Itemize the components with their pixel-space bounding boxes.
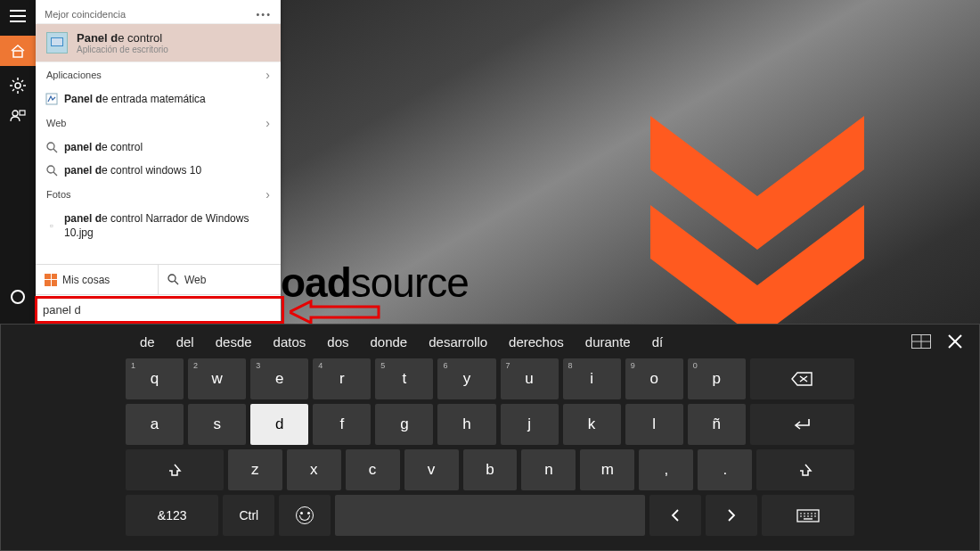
- key-period[interactable]: .: [698, 449, 752, 490]
- key-l[interactable]: l: [625, 404, 683, 445]
- app-result-1[interactable]: Panel de entrada matemática: [36, 87, 281, 111]
- key-u[interactable]: 7u: [501, 358, 559, 399]
- svg-line-21: [53, 149, 57, 152]
- key-keyboard-mode[interactable]: [762, 495, 854, 536]
- key-backspace[interactable]: [750, 358, 854, 399]
- home-icon[interactable]: [0, 36, 36, 66]
- web-result-2[interactable]: panel de control windows 10: [36, 159, 281, 182]
- key-x[interactable]: x: [287, 449, 341, 490]
- key-n[interactable]: n: [521, 449, 576, 490]
- suggestion[interactable]: durante: [585, 334, 631, 350]
- cortana-icon[interactable]: [7, 286, 29, 308]
- svg-line-14: [12, 89, 14, 91]
- key-symbols[interactable]: &123: [126, 495, 218, 536]
- search-scope-tabs: Mis cosas Web: [36, 264, 281, 294]
- key-right[interactable]: [706, 495, 757, 536]
- key-shift-right[interactable]: [756, 449, 854, 490]
- key-s[interactable]: s: [188, 404, 246, 445]
- keyboard-row-4: &123Ctrl: [1, 495, 979, 536]
- key-g[interactable]: g: [375, 404, 433, 445]
- key-t[interactable]: 5t: [375, 358, 433, 399]
- key-left[interactable]: [649, 495, 701, 536]
- section-photos[interactable]: Fotos›: [36, 182, 281, 207]
- keyboard-row-1: 1q2w3e4r5t6y7u8i9o0p: [1, 358, 979, 399]
- key-k[interactable]: k: [563, 404, 621, 445]
- key-m[interactable]: m: [580, 449, 634, 490]
- close-keyboard-icon[interactable]: [947, 333, 963, 350]
- svg-line-25: [175, 281, 178, 284]
- suggestion[interactable]: desarrollo: [429, 334, 487, 350]
- key-space[interactable]: [335, 495, 645, 536]
- key-p[interactable]: 0p: [688, 358, 746, 399]
- section-apps[interactable]: Aplicaciones›: [36, 62, 281, 87]
- svg-line-11: [12, 80, 14, 82]
- svg-point-20: [47, 143, 54, 150]
- key-f[interactable]: f: [313, 404, 371, 445]
- key-comma[interactable]: ,: [639, 449, 693, 490]
- svg-line-12: [21, 89, 23, 91]
- tab-web[interactable]: Web: [159, 265, 281, 294]
- suggestion[interactable]: dos: [327, 334, 348, 350]
- key-emoji[interactable]: [279, 495, 331, 536]
- cortana-sidebar: [0, 0, 36, 324]
- wallpaper-text: oadsource: [281, 259, 469, 307]
- key-a[interactable]: a: [126, 404, 184, 445]
- svg-line-23: [53, 172, 57, 176]
- key-h[interactable]: h: [437, 404, 495, 445]
- gear-icon[interactable]: [7, 75, 29, 96]
- key-q[interactable]: 1q: [126, 358, 184, 399]
- key-y[interactable]: 6y: [437, 358, 495, 399]
- svg-point-6: [15, 83, 20, 88]
- key-enter[interactable]: [750, 404, 854, 445]
- svg-point-22: [47, 166, 54, 173]
- key-shift-left[interactable]: [126, 449, 224, 490]
- section-web[interactable]: Web›: [36, 111, 281, 136]
- search-icon: [167, 274, 179, 285]
- key-b[interactable]: b: [463, 449, 518, 490]
- key-i[interactable]: 8i: [563, 358, 621, 399]
- svg-point-24: [168, 275, 176, 282]
- key-ctrl[interactable]: Ctrl: [223, 495, 274, 536]
- suggestion[interactable]: desde: [216, 334, 252, 350]
- key-w[interactable]: 2w: [188, 358, 246, 399]
- results-header: Mejor coincidencia •••: [36, 0, 281, 23]
- suggestion[interactable]: del: [176, 334, 194, 350]
- key-z[interactable]: z: [228, 449, 282, 490]
- image-file-icon: ▫: [45, 219, 59, 234]
- key-o[interactable]: 9o: [625, 358, 683, 399]
- key-c[interactable]: c: [346, 449, 400, 490]
- keyboard-row-2: asdfghjklñ: [1, 404, 979, 445]
- best-match-item[interactable]: Panel de control Aplicación de escritori…: [36, 23, 281, 62]
- keyboard-layout-icon[interactable]: [911, 334, 931, 349]
- key-j[interactable]: j: [501, 404, 559, 445]
- key-ñ[interactable]: ñ: [688, 404, 746, 445]
- control-panel-icon: [46, 32, 68, 53]
- feedback-icon[interactable]: [7, 105, 29, 127]
- key-v[interactable]: v: [404, 449, 459, 490]
- tab-my-stuff[interactable]: Mis cosas: [36, 265, 159, 294]
- suggestion[interactable]: datos: [274, 334, 306, 350]
- svg-rect-5: [13, 51, 22, 57]
- key-r[interactable]: 4r: [313, 358, 371, 399]
- svg-rect-18: [52, 38, 62, 45]
- suggestion-bar: de del desde datos dos donde desarrollo …: [1, 325, 979, 358]
- suggestion[interactable]: dí: [652, 334, 664, 350]
- suggestion[interactable]: derechos: [509, 334, 564, 350]
- web-result-1[interactable]: panel de control: [36, 136, 281, 159]
- svg-rect-16: [20, 111, 25, 115]
- search-icon: [45, 163, 59, 177]
- search-results-panel: Mejor coincidencia ••• Panel de control …: [36, 0, 281, 324]
- more-icon[interactable]: •••: [256, 9, 272, 20]
- best-match-label: Mejor coincidencia: [45, 9, 126, 20]
- math-input-icon: [45, 92, 59, 106]
- search-query-text: panel d: [43, 303, 81, 317]
- search-input[interactable]: panel d: [36, 294, 281, 324]
- suggestion[interactable]: de: [140, 334, 155, 350]
- photo-result-1[interactable]: ▫ panel de control Narrador de Windows 1…: [36, 207, 281, 245]
- chevron-right-icon: ›: [265, 68, 270, 82]
- suggestion[interactable]: donde: [370, 334, 407, 350]
- hamburger-icon[interactable]: [7, 5, 29, 27]
- chevron-right-icon: ›: [265, 116, 270, 130]
- key-d[interactable]: d: [250, 404, 308, 445]
- key-e[interactable]: 3e: [250, 358, 308, 399]
